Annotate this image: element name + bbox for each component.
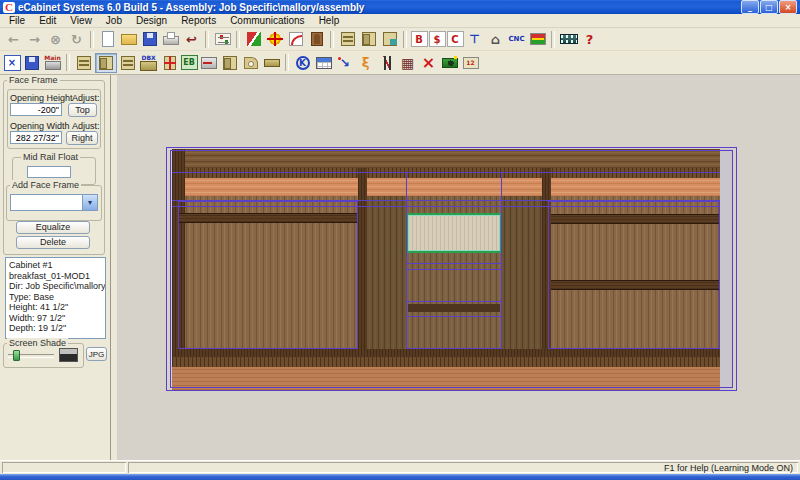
cabinet-select-icon[interactable] [338,30,358,48]
status-bar: F1 for Help (Learning Mode ON) [0,460,800,474]
print-icon[interactable] [161,30,181,48]
opening-width-label: Opening Width [10,121,70,131]
countertop-icon[interactable] [220,54,240,72]
close-window-icon[interactable]: × [4,55,21,71]
cost-icon[interactable]: $ [429,31,446,47]
new-document-icon[interactable] [98,30,118,48]
cabinet-export-icon[interactable] [380,30,400,48]
edge-band-icon[interactable]: EB [181,55,198,70]
dimension-icon[interactable] [265,30,285,48]
menu-design[interactable]: Design [129,15,174,27]
template-shape-icon[interactable] [241,54,261,72]
delete-button[interactable]: Delete [16,236,90,249]
save-assembly-icon[interactable] [22,54,42,72]
nav-back-icon[interactable]: ← [4,30,24,48]
app-window: C eCabinet Systems 6.0 Build 5 - Assembl… [0,0,800,480]
schedule-date-icon[interactable]: 12 [461,54,481,72]
toolbar-separator [236,31,240,48]
nav-forward-icon[interactable]: → [25,30,45,48]
board-stock-icon[interactable] [262,54,282,72]
equalize-button[interactable]: Equalize [16,221,90,234]
layout-view-icon[interactable] [528,30,548,48]
minimize-button[interactable]: _ [741,0,759,14]
menu-job[interactable]: Job [99,15,129,27]
add-face-frame-label: Add Face Frame [10,180,81,190]
animation-icon[interactable] [559,30,579,48]
wireframe-right-opening[interactable] [548,201,720,349]
menu-edit[interactable]: Edit [32,15,63,27]
clamp-tool-icon[interactable]: ⊤ [465,30,485,48]
drawer-edit-icon[interactable] [118,54,138,72]
molding-curve-icon[interactable] [286,30,306,48]
adjust-label-1: Adjust: [72,93,100,103]
delete-icon[interactable]: × [419,54,439,72]
screen-shade-label: Screen Shade [7,338,68,348]
dbx-export-icon[interactable]: DBX [139,54,159,72]
undo-icon[interactable]: ↩ [182,30,202,48]
opening-width-input[interactable] [10,131,62,144]
panel-material-icon[interactable] [199,54,219,72]
cabinet-drawing [166,144,737,392]
menu-view[interactable]: View [63,15,99,27]
mid-rail-input[interactable] [27,166,71,178]
title-bar: C eCabinet Systems 6.0 Build 5 - Assembl… [0,0,800,14]
combo-value [11,195,82,210]
chevron-down-icon[interactable]: ▾ [82,195,97,210]
close-button[interactable]: × [779,0,797,14]
toolbar-separator [403,31,407,48]
toolbar-separator [66,54,70,71]
help-icon[interactable]: ? [580,30,600,48]
jpg-button[interactable]: JPG [86,347,107,361]
cnc-output-icon[interactable]: CNC [507,30,527,48]
status-help-text: F1 for Help (Learning Mode ON) [664,463,793,473]
wireframe-left-opening[interactable] [178,201,358,349]
cabinet-view-icon[interactable] [74,54,94,72]
menu-reports[interactable]: Reports [174,15,223,27]
room-design-icon[interactable]: ⌂ [486,30,506,48]
menu-bar: File Edit View Job Design Reports Commun… [0,14,800,28]
menu-file[interactable]: File [2,15,32,27]
cabinet-info-line: Type: Base [9,292,105,303]
fastener-icon[interactable] [160,54,180,72]
adjust-right-button[interactable]: Right [66,131,98,145]
assembly-toolbar: × Main DBX EB K ↘ ξ ▦ × 12 [0,51,800,75]
toolbar-separator [285,54,289,71]
cabinet-face-frame-icon[interactable] [95,53,117,73]
restore-button[interactable]: □ [760,0,778,14]
menu-help[interactable]: Help [312,15,347,27]
print-main-icon[interactable]: Main [43,54,63,72]
nav-refresh-icon[interactable]: ↻ [67,30,87,48]
cabinet-info-line: breakfast_01-MOD1 [9,271,105,282]
open-job-icon[interactable] [119,30,139,48]
snapshot-icon[interactable] [440,54,460,72]
wireframe-column-opening[interactable] [406,172,502,349]
display-options-icon[interactable] [213,30,233,48]
adjust-top-button[interactable]: Top [68,103,97,117]
toolbar-separator [330,31,334,48]
save-icon[interactable] [140,30,160,48]
opening-height-input[interactable] [10,103,62,116]
toolbar-separator [551,31,555,48]
nav-stop-icon[interactable]: ⊗ [46,30,66,48]
cutlist-icon[interactable]: C [447,31,464,47]
opening-height-label: Opening Height [10,93,73,103]
screen-shade-slider-thumb[interactable] [13,350,20,361]
main-toolbar: ← → ⊗ ↻ ↩ B $ C ⊤ ⌂ CNC ? [0,28,800,51]
render-flag-icon[interactable] [244,30,264,48]
schedule-table-icon[interactable] [314,54,334,72]
cabinet-library-icon[interactable] [359,30,379,48]
menu-communications[interactable]: Communications [223,15,311,27]
measure-icon[interactable]: ↘ [335,54,355,72]
grid-layout-icon[interactable]: ▦ [398,54,418,72]
add-face-frame-combo[interactable]: ▾ [10,194,98,211]
rotate-spring-icon[interactable]: ξ [356,54,376,72]
assembly-canvas[interactable] [117,75,800,460]
door-style-icon[interactable] [307,30,327,48]
toolbar-separator [90,31,94,48]
wireframe-drawer-line-1 [406,263,502,270]
dividers-icon[interactable] [377,54,397,72]
cabinet-info-box: Cabinet #1 breakfast_01-MOD1 Dir: Job Sp… [5,257,106,339]
bid-icon[interactable]: B [411,31,428,47]
wireframe-drawer-line-2 [406,301,502,317]
check-tool-icon[interactable]: K [293,54,313,72]
